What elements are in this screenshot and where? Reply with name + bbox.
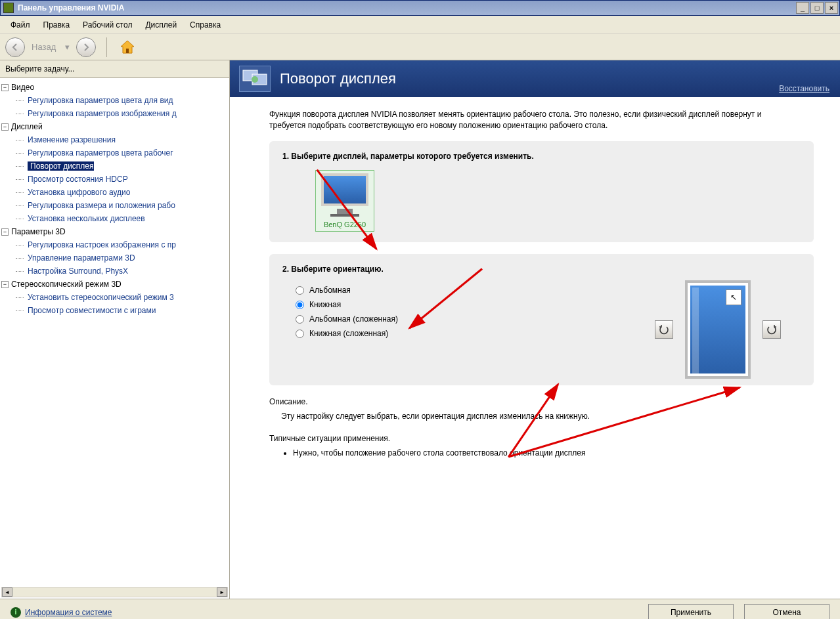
tree-item-resolution[interactable]: Изменение разрешения bbox=[1, 133, 228, 146]
step1-title: 1. Выберите дисплей, параметры которого … bbox=[282, 152, 801, 161]
svg-point-3 bbox=[252, 76, 258, 83]
flip-icon: ↖ bbox=[726, 289, 741, 305]
separator bbox=[106, 37, 107, 57]
rotate-cw-icon bbox=[766, 324, 777, 335]
collapse-icon[interactable]: − bbox=[1, 281, 9, 288]
menu-desktop[interactable]: Рабочий стол bbox=[76, 18, 139, 32]
horizontal-scrollbar[interactable]: ◄ ► bbox=[1, 587, 228, 597]
content-pane: Поворот дисплея Восстановить Функция пов… bbox=[230, 60, 840, 599]
content-header: Поворот дисплея Восстановить bbox=[230, 60, 840, 97]
tree-cat-display[interactable]: −Дисплей bbox=[1, 120, 228, 133]
step2-title: 2. Выберите ориентацию. bbox=[282, 265, 801, 274]
footer-bar: i Информация о системе Применить Отмена bbox=[0, 599, 840, 619]
dropdown-icon[interactable]: ▾ bbox=[65, 42, 70, 52]
tree-item-size-position[interactable]: Регулировка размера и положения рабо bbox=[1, 199, 228, 212]
description-text: Эту настройку следует выбрать, если орие… bbox=[281, 412, 814, 421]
tree-item-stereo-setup[interactable]: Установить стереоскопический режим 3 bbox=[1, 291, 228, 304]
close-button[interactable]: × bbox=[825, 2, 838, 14]
sidebar-header: Выберите задачу... bbox=[0, 60, 229, 78]
scroll-right-icon[interactable]: ► bbox=[217, 587, 227, 597]
task-sidebar: Выберите задачу... −Видео Регулировка па… bbox=[0, 60, 230, 599]
app-icon bbox=[3, 3, 14, 13]
collapse-icon[interactable]: − bbox=[1, 123, 9, 131]
rotate-cw-button[interactable] bbox=[763, 320, 781, 339]
typical-item: Нужно, чтобы положение рабочего стола со… bbox=[293, 448, 814, 458]
back-button[interactable] bbox=[5, 37, 25, 57]
maximize-button[interactable]: □ bbox=[810, 2, 824, 14]
tree-item-3d-manage[interactable]: Управление параметрами 3D bbox=[1, 251, 228, 265]
tree-cat-3d[interactable]: −Параметры 3D bbox=[1, 225, 228, 238]
monitor-name: BenQ G2250 bbox=[319, 221, 371, 228]
home-icon bbox=[119, 39, 136, 56]
task-tree: −Видео Регулировка параметров цвета для … bbox=[0, 78, 229, 599]
home-button[interactable] bbox=[118, 37, 137, 57]
rotation-preview: ↖ bbox=[655, 280, 781, 379]
tree-cat-video[interactable]: −Видео bbox=[1, 81, 228, 94]
apply-button[interactable]: Применить bbox=[648, 604, 734, 620]
monitor-icon bbox=[321, 173, 368, 206]
menu-display[interactable]: Дисплей bbox=[139, 18, 183, 32]
tree-item-digital-audio[interactable]: Установка цифрового аудио bbox=[1, 186, 228, 199]
display-selector[interactable]: BenQ G2250 bbox=[315, 170, 374, 232]
tree-item-game-compat[interactable]: Просмотр совместимости с играми bbox=[1, 304, 228, 317]
collapse-icon[interactable]: − bbox=[1, 228, 9, 236]
intro-text: Функция поворота дисплея NVIDIA позволяе… bbox=[269, 109, 814, 131]
window-titlebar: Панель управления NVIDIA _ □ × bbox=[0, 0, 840, 16]
tree-cat-stereo[interactable]: −Стереоскопический режим 3D bbox=[1, 278, 228, 291]
description-label: Описание. bbox=[269, 397, 814, 406]
rotate-display-icon bbox=[239, 66, 271, 92]
tree-item-surround[interactable]: Настройка Surround, PhysX bbox=[1, 265, 228, 278]
window-title: Панель управления NVIDIA bbox=[18, 3, 124, 12]
menu-bar: Файл Правка Рабочий стол Дисплей Справка bbox=[0, 16, 840, 34]
arrow-left-icon bbox=[11, 43, 20, 52]
system-info-link[interactable]: Информация о системе bbox=[25, 608, 112, 617]
tree-item-video-image[interactable]: Регулировка параметров изображения д bbox=[1, 107, 228, 120]
rotate-ccw-icon bbox=[659, 324, 669, 335]
svg-rect-0 bbox=[126, 49, 129, 53]
collapse-icon[interactable]: − bbox=[1, 84, 9, 91]
tree-item-desktop-color[interactable]: Регулировка параметров цвета рабочег bbox=[1, 146, 228, 160]
minimize-button[interactable]: _ bbox=[796, 2, 809, 14]
step1-panel: 1. Выберите дисплей, параметры которого … bbox=[269, 141, 814, 242]
tree-item-multi-display[interactable]: Установка нескольких дисплеев bbox=[1, 212, 228, 225]
orientation-preview: ↖ bbox=[685, 280, 751, 379]
menu-help[interactable]: Справка bbox=[183, 18, 227, 32]
info-icon: i bbox=[11, 607, 21, 618]
tree-item-video-color[interactable]: Регулировка параметров цвета для вид bbox=[1, 94, 228, 107]
step2-panel: 2. Выберите ориентацию. Альбомная Книжна… bbox=[269, 254, 814, 385]
menu-edit[interactable]: Правка bbox=[37, 18, 77, 32]
arrow-right-icon bbox=[81, 43, 91, 52]
tree-item-hdcp[interactable]: Просмотр состояния HDCP bbox=[1, 173, 228, 186]
tree-item-3d-preview[interactable]: Регулировка настроек изображения с пр bbox=[1, 238, 228, 251]
toolbar: Назад ▾ bbox=[0, 34, 840, 60]
scroll-left-icon[interactable]: ◄ bbox=[2, 587, 12, 597]
tree-item-rotate-display[interactable]: Поворот дисплея bbox=[28, 161, 94, 171]
page-title: Поворот дисплея bbox=[280, 70, 396, 87]
restore-defaults-link[interactable]: Восстановить bbox=[779, 84, 829, 93]
back-label: Назад bbox=[32, 42, 56, 52]
cancel-button[interactable]: Отмена bbox=[744, 604, 829, 620]
typical-label: Типичные ситуации применения. bbox=[269, 434, 814, 443]
rotate-ccw-button[interactable] bbox=[655, 320, 673, 339]
forward-button[interactable] bbox=[76, 37, 96, 57]
menu-file[interactable]: Файл bbox=[4, 18, 37, 32]
